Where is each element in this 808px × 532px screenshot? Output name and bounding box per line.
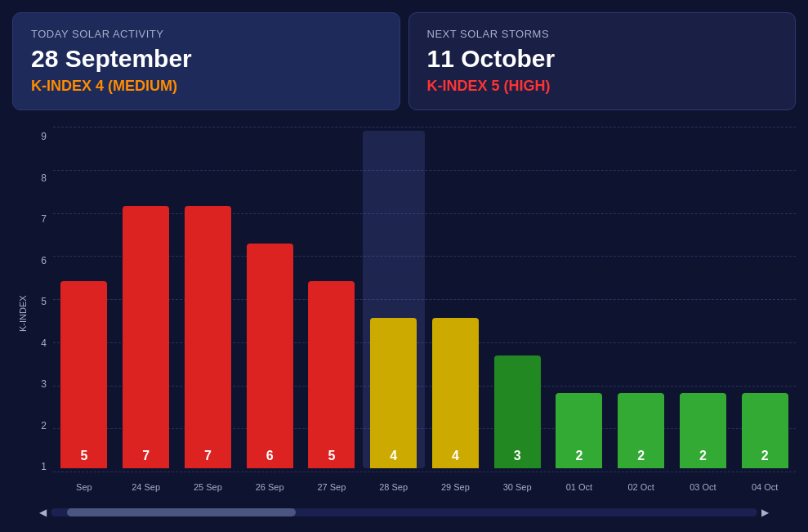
x-label: 02 Oct [610,472,672,501]
x-label: Sep [53,472,115,501]
x-label: 25 Sep [177,472,239,501]
bar-value-label: 2 [761,449,769,463]
bar-group: 2 [548,131,610,468]
bar-value-label: 7 [204,449,212,463]
bar-value-label: 7 [142,449,150,463]
bar-value-label: 5 [328,449,335,463]
bar-value-label: 4 [452,449,459,463]
bar-group: 7 [115,131,177,468]
chart-inner: 577654432222 Sep24 Sep25 Sep26 Sep27 Sep… [53,127,796,501]
bar: 5 [308,281,355,468]
chart-wrapper: K-INDEX 987654321 577654432222 Sep24 Sep… [12,127,796,501]
bar-value-label: 2 [575,449,583,463]
today-kindex: K-INDEX 4 (MEDIUM) [31,78,382,95]
bar: 2 [680,393,726,468]
bar-group: 2 [734,131,796,468]
top-cards: TODAY SOLAR ACTIVITY 28 September K-INDE… [12,12,796,110]
next-subtitle: NEXT SOLAR STORMS [427,28,778,40]
bar-group: 3 [486,131,548,468]
x-label: 03 Oct [672,472,734,501]
bar: 2 [556,393,602,468]
bar: 3 [494,355,541,468]
bar-group: 4 [425,131,487,468]
today-subtitle: TODAY SOLAR ACTIVITY [31,28,382,40]
bar-value-label: 2 [699,449,707,463]
bar-group: 2 [672,131,734,468]
scrollbar-track[interactable] [51,508,757,516]
x-label: 01 Oct [548,472,610,501]
scroll-right-arrow[interactable]: ▶ [757,507,773,518]
scrollbar-thumb[interactable] [67,508,296,516]
y-tick: 8 [41,172,47,184]
bar: 2 [618,393,664,468]
grid-and-bars: 577654432222 Sep24 Sep25 Sep26 Sep27 Sep… [53,127,796,501]
next-date: 11 October [427,45,778,73]
bar: 4 [370,318,417,468]
next-card: NEXT SOLAR STORMS 11 October K-INDEX 5 (… [408,12,797,110]
x-label: 26 Sep [239,472,301,501]
y-tick: 1 [41,461,47,472]
chart-area: K-INDEX 987654321 577654432222 Sep24 Sep… [12,127,796,520]
x-label: 30 Sep [486,472,548,501]
y-axis-label: K-INDEX [12,127,29,501]
bar-value-label: 2 [637,449,645,463]
bar-value-label: 3 [514,449,521,463]
scrollbar-area: ◀ ▶ [12,505,796,520]
bar-group: 4 [363,131,425,468]
bars-container: 577654432222 [53,127,796,472]
y-tick: 5 [41,296,47,307]
today-date: 28 September [31,45,382,73]
x-label: 29 Sep [425,472,487,501]
x-label: 24 Sep [115,472,177,501]
next-kindex-label: K-INDEX 5 [427,78,500,94]
bar: 2 [742,393,788,468]
bar: 7 [123,206,169,468]
bar-value-label: 4 [390,449,397,463]
x-labels: Sep24 Sep25 Sep26 Sep27 Sep28 Sep29 Sep3… [53,472,796,501]
bar-value-label: 6 [266,449,274,463]
bar-group: 5 [53,131,115,468]
next-kindex: K-INDEX 5 (HIGH) [427,78,778,95]
today-card: TODAY SOLAR ACTIVITY 28 September K-INDE… [12,12,400,110]
bar-value-label: 5 [80,449,87,463]
y-axis: 987654321 [29,127,53,501]
y-tick: 7 [41,213,47,225]
bar-group: 2 [610,131,672,468]
y-tick: 9 [41,131,47,142]
bar: 7 [185,206,231,468]
today-kindex-level: (MEDIUM) [108,78,177,94]
y-tick: 6 [41,255,47,266]
next-kindex-level: (HIGH) [504,78,551,94]
main-container: TODAY SOLAR ACTIVITY 28 September K-INDE… [0,0,808,532]
today-kindex-label: K-INDEX 4 [31,78,104,94]
bar-group: 5 [301,131,363,468]
bar: 6 [247,244,293,468]
bar: 4 [432,318,479,468]
x-label: 28 Sep [363,472,425,501]
scroll-left-arrow[interactable]: ◀ [35,507,51,518]
x-label: 27 Sep [301,472,363,501]
y-tick: 2 [41,420,47,431]
bar-group: 6 [239,131,301,468]
x-label: 04 Oct [734,472,796,501]
bar-group: 7 [177,131,239,468]
y-tick: 3 [41,378,47,390]
bar: 5 [60,281,107,468]
y-tick: 4 [41,338,47,349]
